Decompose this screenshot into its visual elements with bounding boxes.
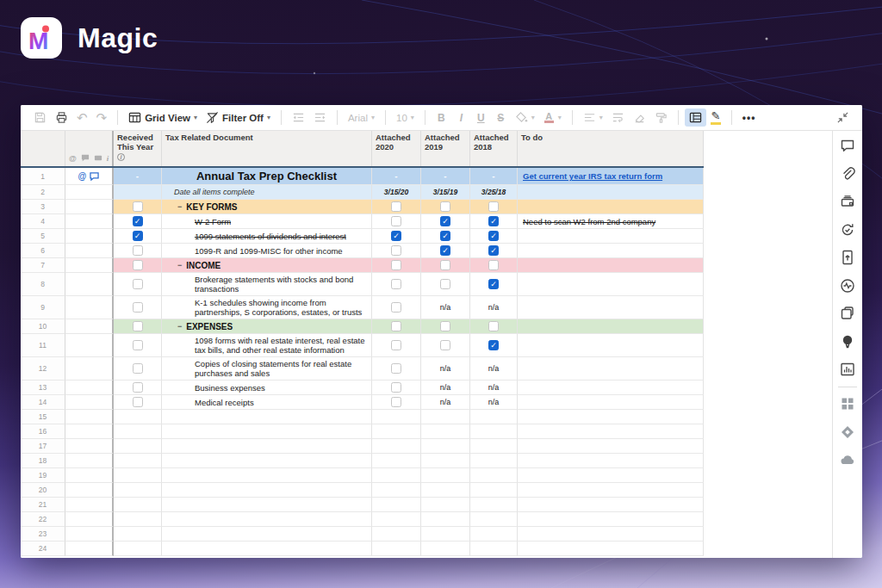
cell-document[interactable]: Business expenses — [162, 381, 372, 395]
cell-received[interactable] — [114, 483, 162, 498]
row-number[interactable]: 24 — [21, 542, 65, 556]
row-mention-icon[interactable]: @ — [78, 171, 87, 181]
comments-panel-icon[interactable] — [839, 137, 856, 154]
cell-attached-2018[interactable]: ✓ — [470, 214, 518, 229]
column-header-received[interactable]: Received This Yeari — [114, 131, 162, 166]
checkbox-unchecked[interactable] — [391, 382, 401, 393]
cell-attached-2018[interactable]: n/a — [470, 296, 518, 319]
checkbox-unchecked[interactable] — [440, 321, 450, 331]
row-action-cell[interactable] — [65, 468, 114, 483]
row-action-cell[interactable] — [65, 214, 114, 229]
cell-todo[interactable] — [518, 334, 704, 357]
row-action-cell[interactable] — [65, 200, 114, 214]
checkbox-unchecked[interactable] — [133, 340, 143, 350]
cell-attached-2018[interactable]: ✓ — [470, 273, 518, 296]
cell-attached-2018[interactable] — [470, 498, 518, 512]
row-number[interactable]: 12 — [21, 357, 65, 381]
checkbox-checked[interactable]: ✓ — [133, 231, 143, 241]
cell-todo[interactable] — [518, 200, 704, 214]
cell-attached-2018[interactable]: n/a — [470, 381, 518, 395]
checkbox-unchecked[interactable] — [391, 279, 401, 289]
cell-document[interactable]: Medical receipts — [162, 395, 372, 410]
cell-received[interactable] — [114, 273, 162, 296]
font-size-selector[interactable]: 10▾ — [392, 110, 419, 126]
row-number[interactable]: 11 — [21, 334, 65, 357]
cell-received[interactable] — [114, 357, 162, 381]
cell-todo[interactable] — [518, 319, 704, 334]
checkbox-checked[interactable]: ✓ — [133, 216, 143, 226]
row-number[interactable]: 19 — [21, 468, 65, 483]
row-number[interactable]: 14 — [21, 395, 65, 410]
save-button[interactable] — [29, 108, 51, 127]
cell-received[interactable] — [114, 410, 162, 424]
checkbox-unchecked[interactable] — [440, 279, 450, 289]
checkbox-checked[interactable]: ✓ — [488, 231, 499, 241]
cell-attached-2019[interactable]: n/a — [421, 381, 470, 395]
cell-todo[interactable] — [518, 381, 704, 395]
cell-attached-2018[interactable]: n/a — [470, 357, 518, 381]
checkbox-unchecked[interactable] — [133, 363, 143, 374]
checkbox-unchecked[interactable] — [440, 201, 450, 212]
collapse-section-icon[interactable]: − — [177, 261, 182, 269]
cell-document[interactable]: Copies of closing statements for real es… — [162, 357, 372, 381]
filter-button[interactable]: Filter Off▾ — [202, 108, 275, 127]
checkbox-unchecked[interactable] — [391, 201, 401, 212]
row-action-cell[interactable] — [65, 395, 114, 410]
cell-received[interactable] — [114, 542, 162, 556]
row-action-cell[interactable] — [65, 357, 114, 381]
row-number[interactable]: 6 — [21, 244, 65, 258]
cell-received[interactable] — [114, 319, 162, 334]
cell-todo[interactable] — [518, 542, 704, 556]
row-action-cell[interactable] — [65, 542, 114, 556]
cell-todo[interactable] — [518, 454, 704, 468]
proofs-panel-icon[interactable] — [839, 193, 856, 210]
align-button[interactable]: ▾ — [579, 108, 607, 127]
cell-attached-2020[interactable] — [372, 258, 421, 273]
cell-attached-2020[interactable] — [372, 334, 421, 357]
row-action-cell[interactable] — [65, 512, 114, 527]
checkbox-checked[interactable]: ✓ — [440, 231, 450, 241]
cell-received[interactable] — [114, 424, 162, 439]
cell-document[interactable]: 1098 forms with real estate interest, re… — [162, 334, 372, 357]
checkbox-unchecked[interactable] — [133, 201, 143, 212]
cell-attached-2018[interactable] — [470, 468, 518, 483]
cell-attached-2018[interactable] — [470, 542, 518, 556]
row-action-cell[interactable] — [65, 424, 114, 439]
cell-attached-2019[interactable] — [421, 498, 470, 512]
cell-attached-2019[interactable]: ✓ — [421, 214, 470, 229]
brandfolder-panel-icon[interactable] — [839, 333, 856, 350]
row-number[interactable]: 9 — [21, 296, 65, 319]
column-header-todo[interactable]: To do — [518, 131, 704, 166]
cell-received[interactable]: ✓ — [114, 214, 162, 229]
row-number[interactable]: 22 — [21, 512, 65, 527]
cell-attached-2018[interactable] — [470, 512, 518, 527]
row-action-cell[interactable] — [65, 334, 114, 357]
row-number[interactable]: 20 — [21, 483, 65, 498]
row-action-cell[interactable] — [65, 244, 114, 258]
checkbox-unchecked[interactable] — [488, 201, 499, 212]
checkbox-unchecked[interactable] — [391, 340, 401, 350]
outdent-button[interactable] — [288, 108, 309, 127]
cell-attached-2020[interactable] — [372, 498, 421, 512]
cell-received[interactable] — [114, 185, 162, 200]
cell-todo[interactable] — [518, 512, 704, 527]
row-number[interactable]: 5 — [21, 229, 65, 244]
row-number[interactable]: 15 — [21, 410, 65, 424]
cell-received[interactable] — [114, 454, 162, 468]
view-selector-button[interactable]: Grid View▾ — [124, 108, 202, 127]
cell-attached-2020[interactable] — [372, 319, 421, 334]
row-comment-icon[interactable] — [90, 172, 99, 181]
offline-cloud-icon[interactable] — [839, 451, 856, 468]
row-number[interactable]: 4 — [21, 214, 65, 229]
cell-received[interactable] — [114, 296, 162, 319]
cell-attached-2018[interactable] — [470, 527, 518, 542]
cell-received[interactable] — [114, 258, 162, 273]
strikethrough-button[interactable]: S — [491, 109, 511, 127]
checkbox-checked[interactable]: ✓ — [440, 245, 450, 256]
cell-received[interactable] — [114, 439, 162, 454]
row-actions-header[interactable]: @ i — [65, 131, 114, 166]
cell-document[interactable] — [162, 439, 372, 454]
clear-format-button[interactable] — [629, 108, 650, 127]
cell-document[interactable] — [162, 542, 372, 556]
cell-attached-2018[interactable]: 3/25/18 — [470, 185, 518, 200]
